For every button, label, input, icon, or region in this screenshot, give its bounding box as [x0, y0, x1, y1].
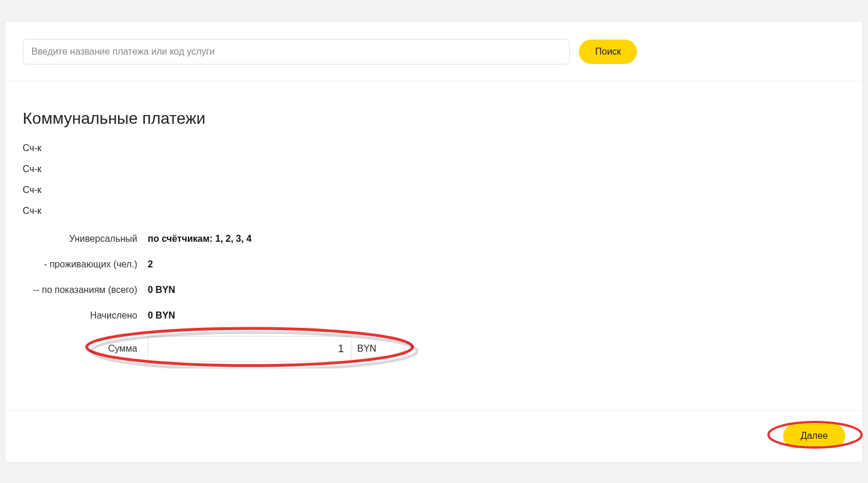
row-universal: Универсальный по счётчикам: 1, 2, 3, 4: [23, 234, 845, 244]
value-universal: по счётчикам: 1, 2, 3, 4: [148, 234, 251, 244]
search-input[interactable]: [23, 39, 570, 65]
label-readings: -- по показаниям (всего): [23, 285, 148, 295]
currency-label: BYN: [351, 344, 376, 354]
search-row: Поиск: [5, 22, 863, 81]
label-universal: Универсальный: [23, 234, 148, 244]
meter-row: Сч-к: [23, 206, 845, 216]
row-residents: - проживающих (чел.) 2: [23, 259, 845, 270]
label-amount: Сумма: [23, 344, 148, 354]
label-accrued: Начислено: [23, 310, 148, 321]
meter-row: Сч-к: [23, 185, 845, 195]
content-area: Коммунальные платежи Сч-к Сч-к Сч-к Сч-к…: [5, 81, 863, 382]
footer-bar: Далее: [5, 410, 863, 462]
meters-block: Сч-к Сч-к Сч-к Сч-к: [23, 143, 845, 216]
page-title: Коммунальные платежи: [23, 109, 845, 128]
value-readings: 0 BYN: [148, 285, 175, 295]
value-accrued: 0 BYN: [148, 310, 175, 321]
search-button[interactable]: Поиск: [579, 40, 637, 64]
label-residents: - проживающих (чел.): [23, 259, 148, 270]
amount-input[interactable]: [148, 336, 351, 362]
meter-row: Сч-к: [23, 164, 845, 174]
next-button[interactable]: Далее: [783, 424, 845, 448]
row-accrued: Начислено 0 BYN: [23, 310, 845, 321]
row-amount: Сумма BYN: [23, 336, 845, 362]
meter-row: Сч-к: [23, 143, 845, 153]
payment-card: Поиск Коммунальные платежи Сч-к Сч-к Сч-…: [5, 21, 863, 463]
value-residents: 2: [148, 259, 153, 270]
row-readings: -- по показаниям (всего) 0 BYN: [23, 285, 845, 295]
next-button-wrap: Далее: [783, 424, 845, 448]
